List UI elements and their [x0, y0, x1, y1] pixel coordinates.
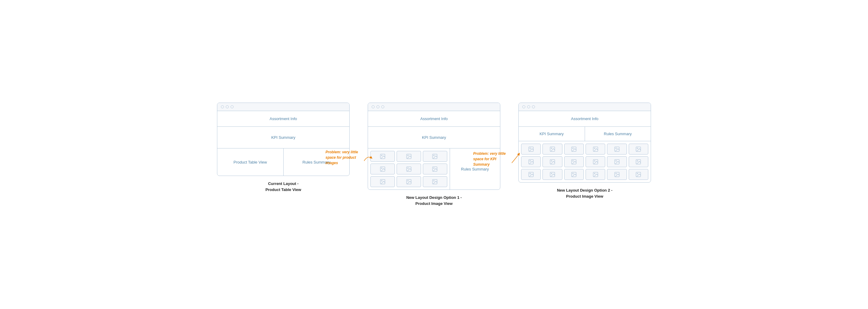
kpi-rules-row-opt2: KPI Summary Rules Summary	[519, 127, 651, 141]
svg-point-13	[381, 180, 382, 181]
svg-point-39	[616, 161, 617, 162]
svg-point-51	[616, 173, 617, 174]
assortment-info-section-opt2: Assortment Info	[519, 111, 651, 127]
svg-point-21	[551, 148, 552, 149]
kpi-summary-label-opt2: KPI Summary	[539, 132, 564, 136]
assortment-info-section-current: Assortment Info	[217, 111, 349, 127]
caption-current: Current Layout - Product Table View	[266, 181, 301, 193]
svg-point-43	[530, 173, 530, 174]
svg-point-29	[637, 148, 638, 149]
title-bar-current	[217, 103, 349, 111]
img-thumb-opt2-15	[564, 169, 584, 180]
svg-point-15	[407, 180, 408, 181]
img-thumb-opt2-1	[521, 144, 541, 154]
svg-point-47	[572, 173, 574, 174]
assortment-info-section-opt1: Assortment Info	[368, 111, 500, 127]
kpi-summary-section-current: KPI Summary	[217, 127, 349, 148]
problem-annotation-opt2: Problem: very little space for KPI Summa…	[473, 151, 516, 167]
product-table-view-cell: Product Table View	[217, 148, 283, 176]
kpi-summary-label-current: KPI Summary	[271, 135, 296, 140]
img-thumb-7	[370, 176, 395, 187]
img-thumb-2	[397, 151, 421, 162]
img-thumb-8	[397, 176, 421, 187]
img-thumb-1	[370, 151, 395, 162]
img-thumb-opt2-10	[586, 156, 605, 167]
img-thumb-opt2-9	[564, 156, 584, 167]
rules-summary-label-opt2: Rules Summary	[604, 132, 632, 136]
svg-point-1	[381, 155, 382, 156]
title-bar-option2	[519, 103, 651, 111]
img-thumb-opt2-3	[564, 144, 584, 154]
traffic-light-1	[221, 105, 224, 108]
img-thumb-opt2-6	[629, 144, 648, 154]
img-thumb-opt2-5	[607, 144, 627, 154]
product-table-view-label: Product Table View	[234, 160, 267, 165]
image-grid-opt1	[368, 148, 450, 190]
img-thumb-opt2-16	[586, 169, 605, 180]
svg-point-37	[594, 161, 595, 162]
traffic-light-3	[230, 105, 234, 108]
assortment-info-label-opt1: Assortment Info	[420, 116, 447, 121]
img-thumb-4	[370, 164, 395, 174]
traffic-light-opt2-3	[532, 105, 535, 108]
img-thumb-opt2-2	[542, 144, 562, 154]
annotation-wrapper-option2: Assortment Info KPI Summary Rules Summar…	[518, 103, 651, 182]
layout-block-current: Assortment Info KPI Summary Product Tabl…	[217, 103, 350, 193]
traffic-light-opt1-3	[381, 105, 384, 108]
img-thumb-opt2-14	[542, 169, 562, 180]
img-thumb-3	[423, 151, 447, 162]
window-frame-option1: Assortment Info KPI Summary	[368, 103, 500, 190]
svg-point-9	[407, 168, 408, 169]
img-thumb-5	[397, 164, 421, 174]
svg-point-11	[434, 168, 435, 169]
traffic-light-opt1-2	[376, 105, 379, 108]
traffic-light-opt2-1	[522, 105, 525, 108]
svg-point-19	[530, 148, 530, 149]
svg-point-7	[381, 168, 382, 169]
caption-opt1: New Layout Design Option 1 - Product Ima…	[406, 195, 462, 206]
img-thumb-opt2-4	[586, 144, 605, 154]
svg-point-3	[407, 155, 408, 156]
rules-summary-label-opt1: Rules Summary	[461, 167, 489, 171]
problem-arrow-opt2	[509, 151, 521, 166]
svg-point-25	[594, 148, 595, 149]
img-thumb-opt2-18	[629, 169, 648, 180]
svg-point-49	[594, 173, 595, 174]
image-grid-inner-opt1	[368, 148, 450, 190]
page-container: Assortment Info KPI Summary Product Tabl…	[217, 103, 651, 206]
svg-point-31	[530, 161, 530, 162]
svg-point-45	[551, 173, 552, 174]
annotation-wrapper-option1: Assortment Info KPI Summary	[368, 103, 500, 190]
svg-point-41	[637, 161, 638, 162]
caption-opt2: New Layout Design Option 2 - Product Ima…	[557, 188, 613, 199]
traffic-light-opt2-2	[527, 105, 530, 108]
img-thumb-opt2-13	[521, 169, 541, 180]
kpi-summary-cell-opt2: KPI Summary	[519, 127, 585, 141]
rules-summary-cell-opt2: Rules Summary	[585, 127, 651, 141]
problem-annotation-opt1: Problem: very little space for product i…	[326, 149, 365, 166]
svg-point-17	[434, 180, 435, 181]
assortment-info-label-opt2: Assortment Info	[571, 116, 598, 121]
svg-point-53	[637, 173, 638, 174]
kpi-summary-label-opt1: KPI Summary	[422, 135, 446, 140]
svg-point-33	[551, 161, 552, 162]
img-thumb-opt2-17	[607, 169, 627, 180]
traffic-light-2	[226, 105, 229, 108]
image-grid-opt2	[519, 141, 651, 182]
title-bar-option1	[368, 103, 500, 111]
problem-arrow-opt1	[362, 152, 374, 165]
kpi-summary-section-opt1: KPI Summary	[368, 127, 500, 148]
layout-block-option2: Assortment Info KPI Summary Rules Summar…	[518, 103, 651, 199]
assortment-info-label-current: Assortment Info	[270, 116, 297, 121]
traffic-light-opt1-1	[372, 105, 375, 108]
img-thumb-opt2-7	[521, 156, 541, 167]
img-thumb-6	[423, 164, 447, 174]
img-thumb-opt2-11	[607, 156, 627, 167]
svg-point-35	[572, 161, 574, 162]
svg-point-5	[434, 155, 435, 156]
img-thumb-opt2-12	[629, 156, 648, 167]
svg-point-23	[572, 148, 574, 149]
img-thumb-opt2-8	[542, 156, 562, 167]
svg-point-27	[616, 148, 617, 149]
img-thumb-9	[423, 176, 447, 187]
